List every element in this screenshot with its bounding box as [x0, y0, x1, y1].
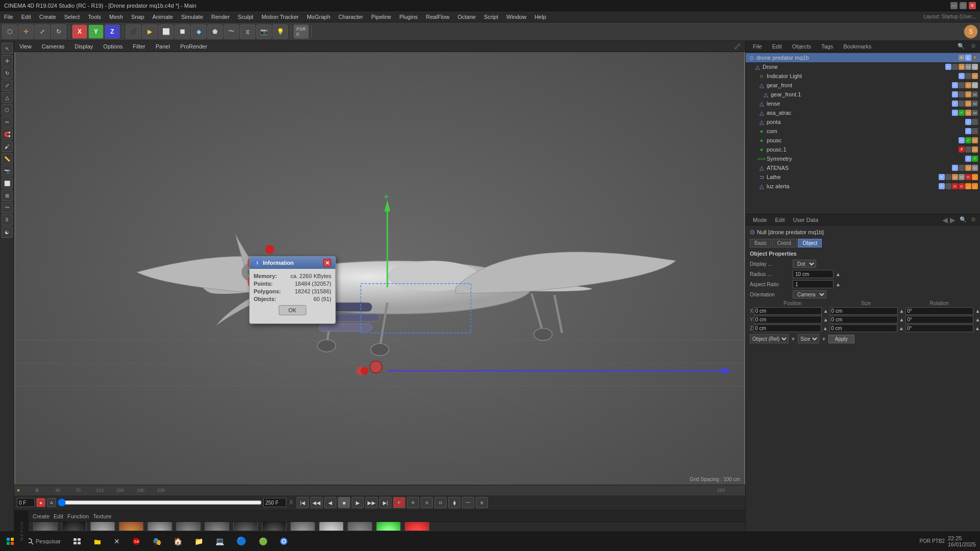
timeline-end-input[interactable] [263, 498, 286, 507]
prop-orientation-select[interactable]: Camera [793, 290, 826, 298]
taskbar-app6[interactable]: 🟢 [253, 531, 274, 551]
toolbar-scale[interactable]: ⤢ [35, 24, 50, 39]
tt-x-pos[interactable] [754, 307, 822, 315]
tl-goto-start[interactable]: |◀ [297, 497, 309, 508]
lt-measure[interactable]: 📏 [2, 153, 13, 164]
lt-morph[interactable]: ☯ [2, 227, 13, 238]
vp-tab-view[interactable]: View [14, 42, 37, 51]
menu-edit[interactable]: Edit [17, 13, 35, 21]
toolbar-render-view[interactable]: 🔲 [175, 24, 190, 39]
menu-snap[interactable]: Snap [127, 13, 149, 21]
toolbar-render[interactable]: ▶ [142, 24, 157, 39]
vp-tab-options[interactable]: Options [98, 42, 128, 51]
lt-array[interactable]: ⊞ [2, 190, 13, 201]
tree-drone-check[interactable]: ✓ [945, 64, 951, 70]
vp-tab-cameras[interactable]: Cameras [37, 42, 70, 51]
rt-tab-file[interactable]: File [750, 42, 765, 51]
menu-create[interactable]: Create [35, 13, 60, 21]
tt-z-pos[interactable] [753, 324, 821, 332]
toolbar-cube[interactable]: ⬛ [126, 24, 141, 39]
toolbar-psr[interactable]: PSR0 [293, 24, 309, 39]
taskbar-app1[interactable]: 🎭 [146, 531, 167, 551]
lt-magnet[interactable]: 🧲 [2, 129, 13, 140]
tree-lense-check[interactable]: ✓ [952, 101, 958, 107]
tree-pousc-mat[interactable]: M [972, 137, 978, 143]
tree-item-com[interactable]: ● com ✓ [746, 127, 980, 136]
tree-lense-mat2[interactable]: M [972, 101, 978, 107]
toolbar-render-region[interactable]: ⬜ [158, 24, 174, 39]
prop-aspect-arrow[interactable]: ▲ [836, 282, 841, 287]
rt-search-icon[interactable]: 🔍 [958, 43, 965, 49]
tree-drone-mat2[interactable]: M [965, 64, 971, 70]
tree-gear-check[interactable]: ✓ [952, 82, 958, 88]
tree-atenas-mat2[interactable]: M [972, 165, 978, 171]
tree-gear-mat2[interactable]: M [972, 82, 978, 88]
vp-tab-display[interactable]: Display [69, 42, 98, 51]
tree-sym-check[interactable]: ✓ [965, 156, 971, 162]
prop-radius-input[interactable] [793, 270, 834, 278]
tree-light-vis[interactable] [965, 73, 971, 79]
tl-play[interactable]: ▶ [352, 497, 364, 508]
rt-tab-tags[interactable]: Tags [818, 42, 836, 51]
tree-tag-icon[interactable]: T [972, 55, 978, 61]
vp-tab-panel[interactable]: Panel [151, 42, 175, 51]
tl-record-pos[interactable]: P [393, 497, 405, 508]
tree-lathe-orange[interactable]: △ [972, 174, 978, 180]
toolbar-move[interactable]: ✛ [18, 24, 34, 39]
lt-camera[interactable]: 📷 [2, 165, 13, 177]
tree-pousc1-mat[interactable]: M [972, 146, 978, 153]
tree-luz-orange2[interactable]: △ [972, 183, 978, 189]
tt-x-rot[interactable] [905, 307, 973, 315]
tt-y-pos[interactable] [754, 316, 822, 323]
taskbar-app2[interactable]: 🏠 [167, 531, 188, 551]
tree-item-indicatorlight[interactable]: ○ Indicator Light ✓ M [746, 71, 980, 81]
rt-tab-edit[interactable]: Edit [769, 42, 785, 51]
close-button[interactable]: ✕ [969, 2, 976, 9]
menu-mograph[interactable]: MoGraph [303, 13, 334, 21]
tl-motion[interactable]: 〰 [462, 497, 474, 508]
menu-animate[interactable]: Animate [149, 13, 177, 21]
tl-step-forward[interactable]: ▶▶ [365, 497, 378, 508]
menu-plugins[interactable]: Plugins [395, 13, 422, 21]
tt-z-size-arrow[interactable]: ▲ [898, 325, 905, 331]
tree-item-luzalerta[interactable]: △ luz alerta ✓ R R △ △ [746, 182, 980, 191]
minimize-button[interactable]: — [950, 2, 958, 9]
tl-stop[interactable]: ■ [338, 497, 350, 508]
tt-z-size[interactable] [829, 324, 897, 332]
tree-item-symmetry[interactable]: ⟺ Symmetry ✓ ✓ [746, 154, 980, 163]
tree-lathe-mat2[interactable]: M [959, 174, 965, 180]
taskbar-app4[interactable]: 💻 [209, 531, 230, 551]
tl-record-del[interactable]: D [434, 497, 447, 508]
tl-goto-end[interactable]: ▶| [379, 497, 391, 508]
tl-record-sel[interactable]: S [421, 497, 433, 508]
menu-window[interactable]: Window [502, 13, 530, 21]
taskbar-explorer[interactable] [87, 531, 108, 551]
dialog-close-button[interactable]: ✕ [323, 259, 331, 267]
rt-tab-objects[interactable]: Objects [789, 42, 814, 51]
tt-x-rot-arrow[interactable]: ▲ [974, 308, 980, 314]
tt-y-pos-arrow[interactable]: ▲ [822, 317, 829, 322]
taskbar-close[interactable]: ✕ [108, 531, 126, 551]
tree-lense-mat[interactable]: M [965, 101, 971, 107]
lt-floor[interactable]: ⬜ [2, 178, 13, 189]
vp-tab-prorender[interactable]: ProRender [175, 42, 212, 51]
tree-pousc1-x[interactable]: ✗ [959, 146, 965, 153]
tree-lathe-check[interactable]: ✓ [939, 174, 945, 180]
tree-item-root[interactable]: ⊙ drone predator mq1b 👁 L T [746, 53, 980, 62]
tree-item-ponta[interactable]: △ ponta ✓ [746, 117, 980, 127]
toolbar-object[interactable]: ◆ [191, 24, 206, 39]
rt-tab-bookmarks[interactable]: Bookmarks [840, 42, 874, 51]
mat-tab-texture[interactable]: Texture [93, 513, 111, 519]
tree-item-lense[interactable]: △ lense ✓ M M [746, 99, 980, 108]
timeline-scrubber[interactable] [58, 498, 262, 507]
mat-tab-function[interactable]: Function [67, 513, 89, 519]
tt-y-rot-arrow[interactable]: ▲ [974, 317, 980, 322]
tree-item-pousc1[interactable]: ● pousc.1 ✗ M [746, 145, 980, 154]
prop-display-select[interactable]: Dot [793, 260, 816, 268]
ph-userdata[interactable]: User Data [790, 216, 822, 224]
tree-gear-mat[interactable]: M [965, 82, 971, 88]
tree-gear1-check[interactable]: ✓ [952, 91, 958, 97]
tree-item-drone[interactable]: △ Drone ✓ M M M [746, 62, 980, 71]
tree-item-gearfront1[interactable]: △ gear_front.1 ✓ M M [746, 90, 980, 99]
taskbar-taskview[interactable] [67, 531, 87, 551]
